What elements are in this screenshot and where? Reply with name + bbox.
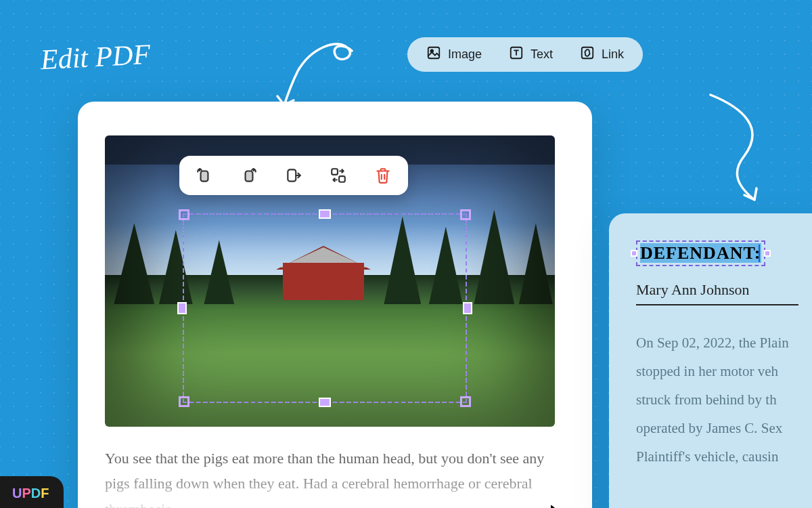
text-tool-button[interactable]: Text: [509, 45, 553, 64]
svg-rect-8: [339, 176, 345, 182]
inserted-image-container[interactable]: [105, 135, 555, 427]
crop-handle-top-right[interactable]: [460, 209, 471, 220]
selected-heading[interactable]: DEFENDANT:: [640, 243, 761, 263]
cursor-icon: [548, 501, 572, 508]
edit-type-toolbar: Image Text Link: [407, 37, 643, 72]
crop-handle-left[interactable]: [177, 302, 187, 314]
link-tool-label: Link: [602, 47, 624, 62]
crop-handle-bottom[interactable]: [319, 398, 331, 407]
svg-rect-4: [201, 171, 208, 182]
svg-rect-0: [428, 47, 440, 59]
text-icon: [509, 45, 524, 64]
text-handle-left[interactable]: [631, 250, 637, 257]
crop-handle-top[interactable]: [319, 209, 331, 219]
crop-handle-right[interactable]: [463, 302, 472, 314]
text-handle-right[interactable]: [764, 250, 771, 257]
replace-image-button[interactable]: [328, 165, 348, 186]
svg-rect-5: [246, 171, 253, 182]
delete-image-button[interactable]: [373, 165, 393, 186]
document-body-text[interactable]: You see that the pigs eat more than the …: [105, 446, 558, 508]
image-tool-label: Image: [448, 47, 482, 62]
document-page-1: You see that the pigs eat more than the …: [78, 102, 592, 508]
crop-handle-bottom-right[interactable]: [460, 396, 471, 407]
image-tool-button[interactable]: Image: [426, 45, 482, 64]
image-edit-toolbar: [179, 156, 408, 195]
crop-selection[interactable]: [183, 213, 467, 403]
link-icon: [580, 45, 595, 64]
link-tool-button[interactable]: Link: [580, 45, 624, 64]
document-body-text-2[interactable]: On Sep 02, 2022, the Plain stopped in he…: [636, 329, 812, 471]
rotate-right-button[interactable]: [239, 165, 259, 186]
svg-rect-6: [288, 169, 296, 181]
extract-image-button[interactable]: [284, 165, 304, 186]
logo-u: U: [12, 486, 22, 501]
arrow-decoration-2: [697, 88, 792, 210]
svg-rect-7: [332, 169, 338, 175]
text-selection-box[interactable]: DEFENDANT:: [636, 240, 765, 266]
logo-p: P: [22, 486, 30, 501]
rotate-left-button[interactable]: [194, 165, 215, 186]
document-page-2: DEFENDANT: Mary Ann Johnson On Sep 02, 2…: [609, 213, 812, 508]
text-tool-label: Text: [531, 47, 553, 62]
text-caret: [759, 245, 760, 262]
page-title: Edit PDF: [40, 38, 151, 76]
defendant-name[interactable]: Mary Ann Johnson: [636, 281, 798, 305]
logo-d: D: [31, 486, 41, 501]
crop-handle-bottom-left[interactable]: [179, 396, 189, 407]
crop-handle-top-left[interactable]: [179, 209, 189, 220]
logo-f: F: [41, 486, 49, 501]
image-icon: [426, 45, 441, 64]
updf-logo: UPDF: [0, 476, 64, 508]
